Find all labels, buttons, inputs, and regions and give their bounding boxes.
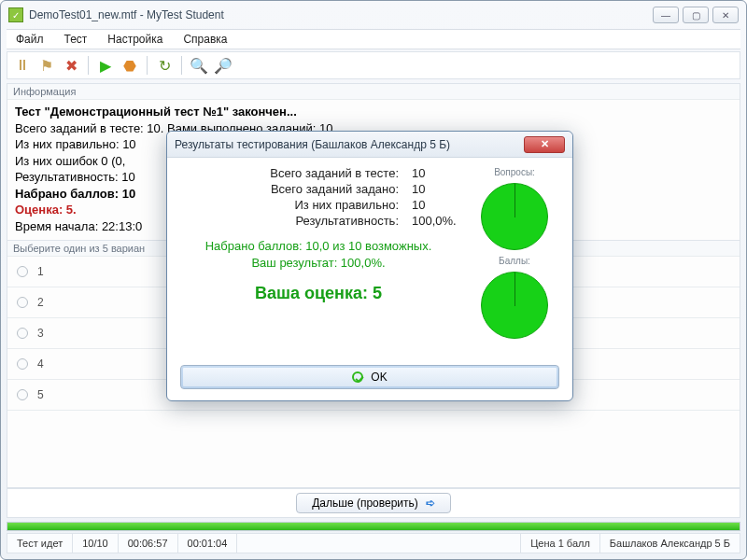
play-icon[interactable]: ▶ (96, 56, 115, 75)
stat-label: Из них правильно: (294, 198, 399, 212)
pie-chart-points (481, 272, 548, 339)
separator (88, 56, 89, 75)
pause-icon[interactable]: ⏸ (13, 56, 32, 75)
app-icon: ✓ (8, 7, 23, 22)
next-label: Дальше (проверить) (312, 497, 418, 510)
dialog-left: Всего заданий в тесте:10 Всего заданий з… (178, 165, 458, 361)
menu-test[interactable]: Тест (61, 31, 92, 48)
minimize-button[interactable]: — (653, 7, 679, 23)
dialog-charts: Вопросы: Баллы: (468, 165, 561, 361)
radio-icon[interactable] (17, 358, 28, 370)
arrow-right-icon: ➪ (426, 497, 435, 510)
option-label: 3 (37, 327, 44, 340)
score-line-2: Ваш результат: 100,0%. (178, 255, 458, 272)
radio-icon[interactable] (17, 297, 28, 308)
progress-bar (7, 522, 740, 531)
pie-chart-questions (481, 183, 548, 250)
ok-button[interactable]: OK (180, 365, 559, 389)
status-spacer (237, 534, 521, 553)
menu-file[interactable]: Файл (12, 31, 48, 48)
separator (181, 56, 182, 75)
stats-block: Всего заданий в тесте:10 Всего заданий з… (178, 165, 458, 229)
status-time-1: 00:06:57 (119, 534, 178, 553)
check-icon (352, 371, 363, 383)
status-progress: 10/10 (73, 534, 119, 553)
stat-value: 10 (412, 198, 458, 212)
titlebar: ✓ DemoTest01_new.mtf - MyTest Student — … (1, 1, 746, 29)
info-heading: Информация (7, 84, 740, 100)
status-state: Тест идет (7, 534, 73, 553)
pie-label-questions: Вопросы: (494, 167, 535, 177)
refresh-icon[interactable]: ↻ (155, 56, 174, 75)
option-label: 2 (37, 296, 44, 309)
score-line-1: Набрано баллов: 10,0 из 10 возможных. (178, 238, 458, 255)
stat-label: Всего заданий в тесте: (270, 166, 399, 180)
status-user: Башлаков Александр 5 Б (600, 534, 740, 553)
zoom-in-icon[interactable]: 🔍 (190, 56, 208, 75)
stat-label: Всего заданий задано: (271, 182, 399, 196)
info-title: Тест "Демонстрационный тест №1" закончен… (15, 104, 732, 120)
dialog-body: Всего заданий в тесте:10 Всего заданий з… (167, 158, 572, 365)
cancel-icon[interactable]: ✖ (62, 56, 80, 75)
menu-settings[interactable]: Настройка (104, 31, 166, 48)
grade-text: Ваша оценка: 5 (178, 284, 458, 303)
radio-icon[interactable] (17, 389, 28, 400)
flag-icon[interactable]: ⚑ (37, 56, 56, 75)
stat-value: 100,0%. (412, 214, 458, 228)
status-bar: Тест идет 10/10 00:06:57 00:01:04 Цена 1… (7, 533, 740, 553)
status-time-2: 00:01:04 (178, 534, 238, 553)
zoom-out-icon[interactable]: 🔎 (214, 56, 233, 75)
window-title: DemoTest01_new.mtf - MyTest Student (29, 8, 653, 21)
stat-label: Результативность: (295, 214, 399, 228)
menu-bar: Файл Тест Настройка Справка (7, 29, 740, 49)
option-label: 1 (37, 265, 44, 278)
status-price: Цена 1 балл (521, 534, 600, 553)
dialog-footer: OK (167, 365, 572, 400)
stop-icon[interactable]: ⬣ (120, 56, 139, 75)
dialog-title: Результаты тестирования (Башлаков Алекса… (175, 138, 524, 151)
dialog-titlebar: Результаты тестирования (Башлаков Алекса… (167, 132, 572, 158)
ok-label: OK (371, 371, 387, 384)
results-dialog: Результаты тестирования (Башлаков Алекса… (166, 131, 573, 401)
menu-help[interactable]: Справка (179, 31, 231, 48)
stat-value: 10 (412, 182, 458, 196)
option-label: 5 (37, 388, 44, 401)
close-button[interactable]: ✕ (712, 7, 739, 23)
radio-icon[interactable] (17, 328, 28, 339)
radio-icon[interactable] (17, 266, 28, 277)
pie-label-points: Баллы: (499, 256, 530, 266)
next-button[interactable]: Дальше (проверить) ➪ (296, 493, 451, 513)
score-text: Набрано баллов: 10,0 из 10 возможных. Ва… (178, 238, 458, 271)
separator (147, 56, 148, 75)
stat-value: 10 (412, 166, 458, 180)
dialog-close-button[interactable]: ✕ (524, 136, 565, 153)
toolbar: ⏸ ⚑ ✖ ▶ ⬣ ↻ 🔍 🔎 (7, 51, 740, 79)
maximize-button[interactable]: ▢ (683, 7, 709, 23)
window-controls: — ▢ ✕ (653, 7, 739, 23)
next-bar: Дальше (проверить) ➪ (7, 488, 740, 518)
option-label: 4 (37, 357, 44, 371)
